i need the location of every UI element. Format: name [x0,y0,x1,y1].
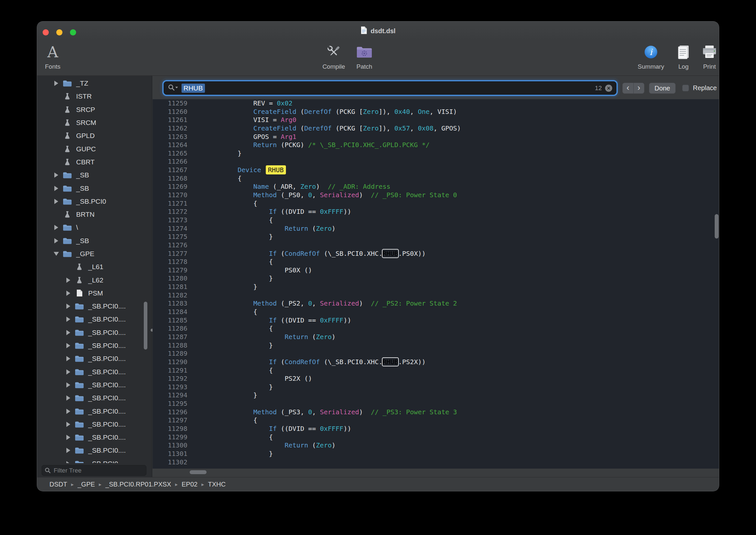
search-field[interactable]: RHUB 12 ✕ [164,81,616,95]
minimize-button[interactable] [56,29,63,36]
code-line: 11298 If ((DVID == 0xFFFF)) [152,425,719,433]
disclosure-triangle-icon[interactable] [51,81,62,86]
code-line: 11285 If ((DVID == 0xFFFF)) [152,316,719,325]
sidebar-item[interactable]: _SB.PCI0.... [37,391,148,405]
print-button[interactable]: Print [694,42,719,70]
line-number: 11273 [152,216,187,225]
line-number: 11283 [152,299,187,308]
sidebar-item[interactable]: _SB.PCI0.... [37,326,148,339]
code-line: 11293 } [152,383,719,391]
code-editor[interactable]: 11259 REV = 0x0211260 CreateField (Deref… [152,99,719,468]
disclosure-triangle-icon[interactable] [63,291,74,296]
sidebar-item[interactable]: _SB.PCI0.... [37,379,148,391]
sidebar-item[interactable]: _SB.PCI0.... [37,300,148,313]
fonts-button[interactable]: A Fonts [37,42,68,70]
printer-icon [702,42,717,63]
code-line: 11279 PS0X () [152,266,719,275]
editor-horizontal-scrollbar[interactable] [190,470,206,474]
method-icon [63,211,72,218]
sidebar-item[interactable]: BRTN [37,208,148,221]
sidebar-item[interactable]: _SB.PCI0.... [37,457,148,463]
sidebar-item[interactable]: _SB.PCI0.... [37,313,148,326]
line-number: 11279 [152,266,187,275]
replace-checkbox[interactable] [682,85,689,92]
find-next-button[interactable]: › [634,83,644,94]
breadcrumb-segment[interactable]: _GPE [77,481,94,488]
sidebar-item[interactable]: _SB.PCI0 [37,195,148,208]
summary-button[interactable]: i Summary [635,42,666,70]
disclosure-triangle-icon[interactable] [63,330,74,335]
sidebar-item[interactable]: _SB.PCI0.... [37,418,148,431]
disclosure-triangle-icon[interactable] [51,238,62,243]
breadcrumb-segment[interactable]: _SB.PCI0.RP01.PXSX [105,481,171,488]
sidebar-item[interactable]: _L62 [37,273,148,286]
find-bar: RHUB 12 ✕ ‹ › Done Replace [152,76,719,99]
sidebar-item-label: _GPE [76,250,94,258]
zoom-button[interactable] [70,29,76,36]
breadcrumb-segment[interactable]: DSDT [49,481,67,488]
disclosure-triangle-icon[interactable] [63,461,74,463]
sidebar-item[interactable]: SRCM [37,116,148,129]
disclosure-triangle-icon[interactable] [63,317,74,322]
breadcrumb-segment[interactable]: EP02 [181,481,198,488]
sidebar-item[interactable]: _SB [37,182,148,195]
sidebar-item[interactable]: _SB [37,169,148,182]
sidebar-item[interactable]: CBRT [37,155,148,169]
search-menu-icon[interactable] [168,84,178,93]
search-match-current: RHUB [266,165,286,174]
disclosure-triangle-icon[interactable] [63,409,74,414]
disclosure-triangle-icon[interactable] [51,252,62,256]
sidebar-item[interactable]: _SB.PCI0.... [37,444,148,457]
disclosure-triangle-icon[interactable] [63,395,74,401]
disclosure-triangle-icon[interactable] [63,448,74,453]
disclosure-triangle-icon[interactable] [51,199,62,204]
sidebar-item[interactable]: _GPE [37,247,148,260]
sidebar-scrollbar[interactable] [144,302,148,350]
sidebar-item[interactable]: ISTR [37,90,148,103]
sidebar-item[interactable]: _L61 [37,260,148,273]
code-line: 11296 Method (_PS3, 0, Serialized) // _P… [152,408,719,416]
sidebar-item[interactable]: SRCP [37,103,148,116]
sidebar-item[interactable]: _SB [37,234,148,247]
disclosure-triangle-icon[interactable] [51,186,62,191]
sidebar-item[interactable]: PSM [37,287,148,300]
filter-tree-input[interactable] [41,465,147,476]
disclosure-triangle-icon[interactable] [63,356,74,361]
code-line: 11265 } [152,149,719,158]
sidebar-item[interactable]: _SB.PCI0.... [37,431,148,444]
disclosure-triangle-icon[interactable] [63,382,74,388]
disclosure-triangle-icon[interactable] [63,369,74,375]
sidebar-item[interactable]: \ [37,221,148,234]
code-text: Return (Zero) [191,441,336,450]
disclosure-triangle-icon[interactable] [63,304,74,309]
disclosure-triangle-icon[interactable] [51,173,62,178]
sidebar-item-label: ISTR [76,93,92,100]
patch-button[interactable]: Patch [349,42,380,70]
find-previous-button[interactable]: ‹ [623,83,634,94]
sidebar-item[interactable]: _SB.PCI0.... [37,339,148,352]
disclosure-triangle-icon[interactable] [63,278,74,283]
close-button[interactable] [42,29,49,36]
code-text: } [191,233,273,241]
sidebar-item[interactable]: GUPC [37,142,148,155]
disclosure-triangle-icon[interactable] [63,435,74,440]
done-button[interactable]: Done [649,83,676,94]
sidebar-item[interactable]: GPLD [37,129,148,142]
sidebar-item[interactable]: _SB.PCI0.... [37,352,148,365]
breadcrumb-segment[interactable]: TXHC [208,481,226,488]
clear-search-icon[interactable]: ✕ [605,85,612,92]
sidebar-item[interactable]: _SB.PCI0.... [37,405,148,417]
disclosure-triangle-icon[interactable] [51,225,62,230]
code-text: CreateField (DerefOf (PCKG [Zero]), 0x40… [191,108,457,116]
disclosure-triangle-icon[interactable] [63,422,74,427]
compile-button[interactable]: Compile [318,42,349,70]
sidebar-item[interactable]: _TZ [37,77,148,90]
disclosure-triangle-icon[interactable] [63,343,74,348]
code-text: } [191,283,257,291]
toolbar: A Fonts Compile [37,40,719,75]
editor-vertical-scrollbar[interactable] [715,214,718,239]
sidebar-item[interactable]: _SB.PCI0.... [37,365,148,379]
filter-search-icon [44,467,51,475]
line-number: 11263 [152,133,187,141]
code-text: { [191,433,273,441]
